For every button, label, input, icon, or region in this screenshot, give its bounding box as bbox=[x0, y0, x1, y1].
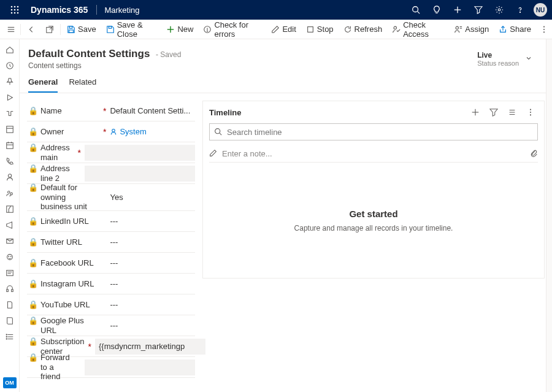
svg-point-70 bbox=[215, 129, 220, 134]
refresh-button[interactable]: Refresh bbox=[339, 20, 388, 39]
header-actions: NU bbox=[406, 0, 547, 20]
required-marker: * bbox=[78, 148, 81, 158]
address-main-input[interactable] bbox=[85, 145, 195, 161]
rail-journey-icon[interactable] bbox=[0, 106, 20, 121]
filter-icon[interactable] bbox=[469, 0, 488, 20]
rail-list-icon[interactable] bbox=[0, 329, 20, 345]
rail-account-icon[interactable] bbox=[0, 185, 20, 201]
rail-page-icon[interactable] bbox=[0, 297, 20, 313]
person-icon bbox=[110, 128, 117, 136]
overflow-button[interactable] bbox=[536, 20, 552, 39]
nav-toggle-icon[interactable] bbox=[2, 25, 19, 34]
lightbulb-icon[interactable] bbox=[427, 0, 447, 20]
timeline-note-row[interactable]: Enter a note... bbox=[209, 145, 538, 163]
rail-headset-icon[interactable] bbox=[0, 281, 20, 297]
svg-point-67 bbox=[530, 109, 531, 110]
rail-social-icon[interactable] bbox=[0, 249, 20, 265]
add-icon[interactable] bbox=[448, 0, 467, 20]
field-googleplus[interactable]: 🔒Google Plus URL * --- bbox=[27, 315, 195, 336]
new-button[interactable]: New bbox=[161, 20, 198, 39]
rail-calendar-icon[interactable] bbox=[0, 137, 20, 153]
brand-label[interactable]: Dynamics 365 bbox=[25, 5, 94, 15]
field-twitter[interactable]: 🔒Twitter URL * --- bbox=[27, 232, 195, 253]
field-linkedin[interactable]: 🔒LinkedIn URL * --- bbox=[27, 211, 195, 232]
rail-home-icon[interactable] bbox=[0, 42, 20, 58]
svg-point-1 bbox=[14, 6, 16, 8]
save-close-label: Save & Close bbox=[117, 20, 157, 39]
timeline-search-input[interactable] bbox=[209, 123, 538, 140]
back-button[interactable] bbox=[22, 20, 40, 39]
rail-book-icon[interactable] bbox=[0, 313, 20, 329]
tab-general[interactable]: General bbox=[28, 77, 58, 93]
rail-phone-icon[interactable] bbox=[0, 153, 20, 169]
rail-play-icon[interactable] bbox=[0, 90, 20, 106]
timeline-sort-icon[interactable] bbox=[505, 105, 519, 120]
app-name-label[interactable]: Marketing bbox=[99, 6, 144, 15]
check-access-label: Check Access bbox=[403, 20, 444, 39]
rail-recent-icon[interactable] bbox=[0, 58, 20, 74]
lock-icon: 🔒 bbox=[28, 164, 38, 174]
svg-rect-50 bbox=[6, 271, 13, 276]
check-errors-button[interactable]: Check for errors bbox=[198, 20, 266, 39]
rail-megaphone-icon[interactable] bbox=[0, 217, 20, 233]
rail-form-icon[interactable] bbox=[0, 265, 20, 281]
svg-point-33 bbox=[543, 31, 545, 33]
status-block[interactable]: Live Status reason bbox=[477, 48, 539, 70]
timeline-search[interactable] bbox=[209, 123, 538, 140]
rail-mail-icon[interactable] bbox=[0, 233, 20, 249]
owner-value[interactable]: System bbox=[110, 127, 195, 136]
tab-related[interactable]: Related bbox=[69, 77, 96, 93]
timeline-empty-state: Get started Capture and manage all recor… bbox=[203, 163, 544, 278]
field-facebook[interactable]: 🔒Facebook URL * --- bbox=[27, 253, 195, 274]
field-owner[interactable]: 🔒Owner * System bbox=[27, 121, 195, 142]
field-youtube[interactable]: 🔒YouTube URL * --- bbox=[27, 294, 195, 315]
rail-template-icon[interactable] bbox=[0, 121, 20, 137]
svg-rect-21 bbox=[69, 29, 74, 32]
field-instagram[interactable]: 🔒Instagram URL * --- bbox=[27, 274, 195, 294]
workspace: Default Content Settings - Saved Content… bbox=[20, 39, 552, 392]
scrollbar[interactable] bbox=[546, 39, 552, 392]
edit-button[interactable]: Edit bbox=[266, 20, 301, 39]
app-launcher-icon[interactable] bbox=[5, 6, 25, 14]
default-bu-value: Yes bbox=[110, 193, 195, 202]
lock-icon: 🔒 bbox=[28, 337, 38, 347]
help-icon[interactable] bbox=[510, 0, 530, 20]
svg-point-4 bbox=[14, 9, 16, 11]
popout-button[interactable] bbox=[40, 20, 59, 39]
required-marker: * bbox=[103, 106, 106, 116]
check-errors-label: Check for errors bbox=[214, 20, 261, 39]
svg-point-2 bbox=[17, 6, 19, 8]
saved-indicator: - Saved bbox=[156, 50, 181, 59]
save-close-button[interactable]: Save & Close bbox=[101, 20, 162, 39]
attachment-icon[interactable] bbox=[530, 149, 538, 159]
chevron-down-icon bbox=[525, 55, 532, 64]
check-access-button[interactable]: Check Access bbox=[387, 20, 449, 39]
rail-segment-icon[interactable] bbox=[0, 201, 20, 217]
gear-icon[interactable] bbox=[489, 0, 509, 20]
field-name[interactable]: 🔒Name * Default Content Setti... bbox=[27, 101, 195, 121]
svg-rect-22 bbox=[109, 26, 111, 28]
timeline-more-icon[interactable] bbox=[523, 105, 538, 120]
address-2-input[interactable] bbox=[85, 166, 195, 182]
field-address-2[interactable]: 🔒Address line 2 * bbox=[27, 163, 195, 184]
lock-icon: 🔒 bbox=[28, 143, 38, 153]
pencil-icon bbox=[209, 149, 217, 159]
area-switcher[interactable]: OM bbox=[3, 377, 17, 388]
note-placeholder: Enter a note... bbox=[222, 149, 525, 158]
rail-pin-icon[interactable] bbox=[0, 74, 20, 90]
field-forward-friend[interactable]: 🔒Forward to a friend * bbox=[27, 357, 195, 378]
form-body: 🔒Name * Default Content Setti... 🔒Owner … bbox=[20, 93, 552, 375]
user-avatar[interactable]: NU bbox=[534, 3, 547, 17]
field-default-bu[interactable]: 🔒Default for owning business unit * Yes bbox=[27, 184, 195, 211]
rail-contact-icon[interactable] bbox=[0, 169, 20, 185]
assign-button[interactable]: Assign bbox=[449, 20, 494, 39]
timeline-filter-icon[interactable] bbox=[486, 105, 501, 120]
share-button[interactable]: Share bbox=[494, 20, 536, 39]
save-button[interactable]: Save bbox=[62, 20, 101, 39]
search-icon[interactable] bbox=[406, 0, 426, 20]
subscription-center-input[interactable] bbox=[95, 339, 205, 355]
timeline-add-icon[interactable] bbox=[468, 105, 483, 120]
stop-button[interactable]: Stop bbox=[301, 20, 339, 39]
field-address-main[interactable]: 🔒Address main * bbox=[27, 142, 195, 163]
forward-friend-input[interactable] bbox=[85, 359, 195, 375]
